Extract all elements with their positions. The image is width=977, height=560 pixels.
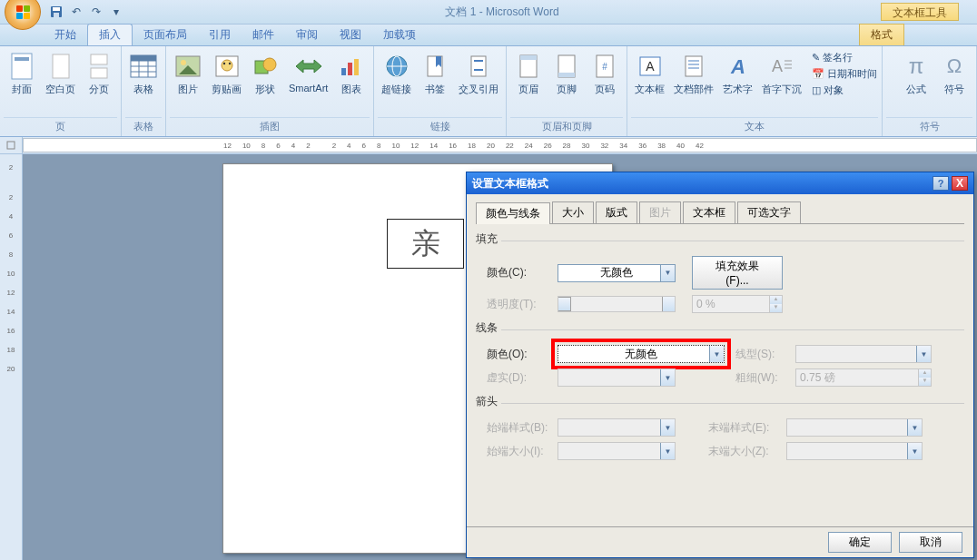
line-color-label: 颜色(O): <box>487 347 552 362</box>
cancel-button[interactable]: 取消 <box>899 532 962 553</box>
blank-page-button[interactable]: 空白页 <box>42 50 79 98</box>
dlg-tab-colors-lines[interactable]: 颜色与线条 <box>476 202 550 224</box>
header-button[interactable]: 页眉 <box>510 50 547 98</box>
blank-page-icon <box>46 52 75 81</box>
dlg-tab-layout[interactable]: 版式 <box>596 201 637 223</box>
tab-review[interactable]: 审阅 <box>285 25 329 45</box>
tab-insert[interactable]: 插入 <box>87 24 133 45</box>
tab-layout[interactable]: 页面布局 <box>133 25 198 45</box>
page-number-button[interactable]: #页码 <box>587 50 623 98</box>
cover-page-icon <box>7 52 36 81</box>
tab-addins[interactable]: 加载项 <box>372 25 427 45</box>
cover-page-button[interactable]: 封面 <box>4 50 40 98</box>
wordart-icon: A <box>724 52 753 81</box>
picture-button[interactable]: 图片 <box>170 50 206 98</box>
fill-effects-button[interactable]: 填充效果(F)... <box>692 256 783 290</box>
dropcap-icon: A <box>767 52 796 81</box>
svg-text:A: A <box>646 59 655 74</box>
quickparts-button[interactable]: 文档部件 <box>670 50 717 98</box>
clipart-button[interactable]: 剪贴画 <box>208 50 245 98</box>
arrow-end-style-label: 末端样式(E): <box>708 420 781 436</box>
bookmark-button[interactable]: 书签 <box>417 50 453 98</box>
svg-point-21 <box>228 63 230 64</box>
ok-button[interactable]: 确定 <box>828 532 892 553</box>
equation-button[interactable]: π公式 <box>898 50 934 98</box>
chevron-down-icon: ▼ <box>660 265 675 281</box>
hyperlink-button[interactable]: 超链接 <box>378 50 415 98</box>
dlg-tab-alttext[interactable]: 可选文字 <box>737 201 801 223</box>
fill-color-combo[interactable]: 无颜色▼ <box>558 264 676 282</box>
chevron-down-icon: ▼ <box>660 419 675 436</box>
footer-icon <box>552 52 581 81</box>
tab-home[interactable]: 开始 <box>44 25 87 45</box>
crossref-button[interactable]: 交叉引用 <box>455 50 502 98</box>
chevron-down-icon: ▼ <box>907 443 922 459</box>
bookmark-icon <box>420 52 449 81</box>
tab-mailings[interactable]: 邮件 <box>242 25 285 45</box>
chevron-down-icon: ▼ <box>660 443 675 459</box>
tab-format[interactable]: 格式 <box>859 24 904 45</box>
dlg-tab-size[interactable]: 大小 <box>552 201 594 223</box>
dialog-close-button[interactable]: X <box>952 176 968 191</box>
page-break-button[interactable]: 分页 <box>81 50 117 98</box>
transparency-label: 透明度(T): <box>487 297 552 312</box>
svg-rect-39 <box>558 73 575 77</box>
crossref-icon <box>464 52 493 81</box>
smartart-icon <box>294 52 323 81</box>
transparency-slider <box>558 296 676 312</box>
symbol-button[interactable]: Ω符号 <box>936 50 972 98</box>
arrow-end-style-combo: ▼ <box>786 418 923 437</box>
tab-references[interactable]: 引用 <box>198 25 242 45</box>
group-tables-label: 表格 <box>125 117 162 136</box>
datetime-button[interactable]: 📅日期和时间 <box>811 66 878 82</box>
hyperlink-icon <box>382 52 411 81</box>
group-header-footer-label: 页眉和页脚 <box>510 117 623 136</box>
save-icon[interactable] <box>49 5 64 19</box>
group-pages: 封面 空白页 分页 页 <box>0 46 122 136</box>
group-tables: 表格 表格 <box>122 46 166 136</box>
svg-rect-26 <box>348 63 352 75</box>
smartart-button[interactable]: SmartArt <box>285 50 331 95</box>
highlight-annotation: 无颜色▼ <box>551 339 731 369</box>
arrow-end-size-combo: ▼ <box>786 442 923 460</box>
clipart-icon <box>212 52 242 81</box>
svg-rect-5 <box>53 54 69 78</box>
footer-button[interactable]: 页脚 <box>548 50 585 98</box>
line-dash-label: 虚实(D): <box>487 370 552 386</box>
group-illustrations-label: 插图 <box>170 117 370 136</box>
datetime-icon: 📅 <box>812 68 824 80</box>
object-button[interactable]: ◫对象 <box>811 83 878 98</box>
svg-rect-1 <box>53 7 60 11</box>
document-textbox[interactable]: 亲 <box>387 219 464 269</box>
svg-rect-53 <box>7 142 15 149</box>
line-color-combo[interactable]: 无颜色▼ <box>558 345 725 363</box>
page-break-icon <box>84 52 113 81</box>
shapes-button[interactable]: 形状 <box>247 50 283 98</box>
signature-line-button[interactable]: ✎签名行 <box>811 50 878 65</box>
undo-icon[interactable]: ↶ <box>69 5 84 19</box>
vertical-ruler[interactable]: 22468101214161820 <box>0 154 23 560</box>
svg-point-23 <box>263 58 276 71</box>
svg-rect-2 <box>54 13 59 17</box>
chart-button[interactable]: 图表 <box>333 50 370 98</box>
table-button[interactable]: 表格 <box>125 50 162 98</box>
dialog-help-button[interactable]: ? <box>933 176 949 191</box>
qat-customize-icon[interactable]: ▾ <box>109 5 123 19</box>
line-style-combo: ▼ <box>795 345 932 363</box>
tab-view[interactable]: 视图 <box>329 25 372 45</box>
svg-point-16 <box>181 60 186 65</box>
arrow-end-size-label: 末端大小(Z): <box>708 444 781 459</box>
line-weight-label: 粗细(W): <box>735 370 790 386</box>
redo-icon[interactable]: ↷ <box>89 5 104 19</box>
office-logo-icon <box>16 5 30 19</box>
svg-rect-7 <box>91 68 107 78</box>
horizontal-ruler[interactable]: 1210864224681012141618202224262830323436… <box>23 138 977 152</box>
arrow-begin-style-combo: ▼ <box>558 418 676 437</box>
svg-rect-14 <box>131 55 156 61</box>
dlg-tab-textbox[interactable]: 文本框 <box>683 201 735 223</box>
wordart-button[interactable]: A艺术字 <box>719 50 756 98</box>
svg-marker-24 <box>296 60 321 73</box>
textbox-button[interactable]: A文本框 <box>631 50 668 98</box>
dropcap-button[interactable]: A首字下沉 <box>758 50 805 98</box>
dlg-tab-picture: 图片 <box>639 201 681 223</box>
